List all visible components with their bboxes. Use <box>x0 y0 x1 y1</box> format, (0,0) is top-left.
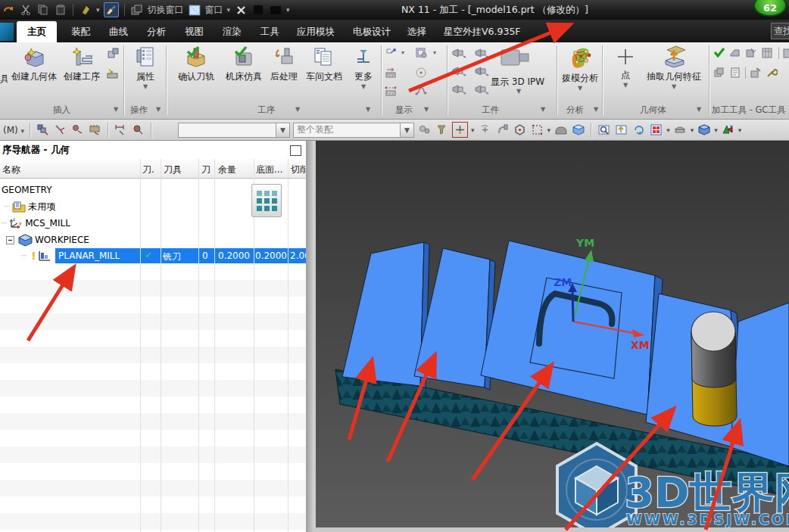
switch-window-label[interactable]: 切换窗口 <box>148 4 184 17</box>
operation-group-dropdown-icon[interactable]: ▼ <box>295 106 300 113</box>
window-menu-label[interactable]: 窗口 <box>205 4 223 17</box>
postprocess-button[interactable]: 后处理 <box>267 45 301 83</box>
assembly-arrangement-icon[interactable] <box>70 123 85 137</box>
gc-wrench-icon[interactable] <box>766 67 778 81</box>
target-point-icon[interactable] <box>415 67 427 81</box>
operations-group-dropdown-icon[interactable]: ▼ <box>156 106 161 113</box>
filter-funnel-icon[interactable] <box>435 123 449 137</box>
tool-axis-icon[interactable] <box>495 123 510 137</box>
repeat-dropdown-icon[interactable]: ▾ <box>96 6 100 14</box>
tree-row-planar-mill[interactable]: ┈ ! PLANAR_MILL ✓ 铣刀 0 0.2000 0.2000 2.0… <box>0 248 306 263</box>
rotate-view-icon[interactable] <box>632 123 646 137</box>
pattern-display-dropdown-icon[interactable]: ▾ <box>433 49 436 56</box>
copy-icon[interactable] <box>36 3 50 17</box>
ipw-horn-icon-4[interactable] <box>474 65 489 79</box>
point-dropdown-icon[interactable]: ▼ <box>623 82 628 89</box>
zoom-window-icon[interactable] <box>597 123 611 137</box>
geometry-group-dropdown-icon[interactable]: ▼ <box>697 106 701 113</box>
draft-analysis-dropdown-icon[interactable]: ▼ <box>578 85 582 92</box>
select-mode-dropdown-icon[interactable]: ▾ <box>547 126 551 134</box>
workpiece-group-dropdown-icon[interactable]: ▼ <box>541 106 545 113</box>
display-group-dropdown-icon[interactable]: ▼ <box>424 106 429 113</box>
clip-dropdown-icon[interactable]: ▾ <box>691 126 694 134</box>
tab-application[interactable]: 应用模块 <box>286 21 345 42</box>
create-operation-button[interactable]: 创建工序 <box>61 45 103 83</box>
create-geometry-button[interactable]: 创建几何体 <box>11 45 58 83</box>
qat-overflow-icon[interactable]: ▾ <box>286 6 290 14</box>
pan-icon[interactable] <box>614 123 628 137</box>
undo-icon[interactable] <box>2 3 15 17</box>
assembly-scope-combo[interactable]: 整个装配▼ <box>293 123 414 138</box>
black-shape-icon[interactable] <box>269 3 282 17</box>
gc-tool-icon-5[interactable] <box>713 67 725 81</box>
panel-splitter[interactable] <box>306 141 313 532</box>
selection-filter-combo[interactable]: ▼ <box>178 123 290 138</box>
show-toolpath-icon[interactable] <box>385 47 397 61</box>
extract-geometry-dropdown-icon[interactable]: ▼ <box>672 83 676 90</box>
more-dropdown-icon[interactable]: ▼ <box>361 83 366 90</box>
3d-viewport[interactable]: YM ZM XM 3D世界网 WWW.3DSJW.COM <box>313 141 789 527</box>
pattern-display-icon[interactable] <box>415 47 427 61</box>
gc-tool-icon-6[interactable] <box>729 67 741 81</box>
black-square-icon[interactable] <box>251 3 265 17</box>
measure-icon[interactable] <box>114 123 128 137</box>
shop-documentation-button[interactable]: 车间文档 <box>301 45 347 83</box>
col-name[interactable]: 名称 <box>2 163 20 176</box>
ipw-horn-icon-5[interactable] <box>451 83 466 98</box>
snap-point-icon[interactable] <box>452 122 468 138</box>
verify-toolpath-button[interactable]: 确认刀轨 <box>173 45 220 83</box>
fit-view-icon[interactable] <box>649 123 663 137</box>
combo-dropdown-icon[interactable]: ▼ <box>400 123 413 137</box>
extract-geometry-button[interactable]: 抽取几何特征 ▼ <box>642 44 706 90</box>
col-tool-number[interactable]: 刀 <box>201 163 211 176</box>
gc-tool-icon-1[interactable] <box>729 47 741 61</box>
menu-button[interactable]: (M) ▾ <box>3 125 24 135</box>
material-icon[interactable] <box>131 123 145 137</box>
operation-group-dropdown-icon-2[interactable]: ▼ <box>366 106 370 113</box>
window-icon[interactable] <box>188 3 201 17</box>
insert-extra-button-2[interactable] <box>106 67 120 82</box>
paste-icon[interactable] <box>54 3 67 17</box>
col-tool[interactable]: 刀具 <box>164 163 182 176</box>
show-3d-ipw-dropdown-icon[interactable]: ▼ <box>516 88 521 95</box>
rectangle-select-icon[interactable] <box>530 123 544 137</box>
rotate-point-icon[interactable] <box>478 123 492 137</box>
move-component-icon[interactable] <box>53 123 67 137</box>
col-cut-depth[interactable]: 切削 <box>291 163 306 176</box>
fit-dropdown-icon[interactable]: ▾ <box>666 126 670 134</box>
insert-extra-button-1[interactable] <box>106 47 120 63</box>
navigator-column-header[interactable]: 名称 刀. 刀具 刀 余量 底面... 切削 <box>0 159 306 179</box>
tab-assemblies[interactable]: 装配 <box>61 21 101 42</box>
ipw-horn-icon-1[interactable] <box>451 47 466 61</box>
tree-row-mcs-mill[interactable]: ┈ zy MCS_MILL <box>0 215 306 232</box>
snap-gears-icon[interactable] <box>417 123 432 137</box>
tab-select[interactable]: 选择 <box>397 21 437 42</box>
gray-solid-icon[interactable] <box>554 123 568 137</box>
combo-dropdown-icon[interactable]: ▼ <box>276 123 289 137</box>
properties-dropdown-icon[interactable]: ▼ <box>143 83 148 90</box>
gc-tool-icon-4[interactable] <box>782 47 789 61</box>
window-menu-dropdown-icon[interactable]: ▾ <box>227 6 231 14</box>
view-orientation-icon[interactable] <box>721 123 735 137</box>
show-3d-ipw-button[interactable]: 显示 3D IPW <box>491 76 544 89</box>
touch-brush-icon[interactable] <box>104 2 119 17</box>
draft-analysis-button[interactable]: 拨模分析 ▼ <box>560 45 600 92</box>
close-view-icon[interactable] <box>234 3 248 17</box>
ipw-horn-icon-6[interactable] <box>474 83 489 98</box>
more-button[interactable]: 更多 ▼ <box>348 45 379 90</box>
show-ipw-shaded-icon[interactable] <box>385 85 397 99</box>
tab-electrode-design[interactable]: 电极设计 <box>342 21 401 42</box>
tab-curve[interactable]: 曲线 <box>98 21 139 42</box>
point-button[interactable]: 点 ▼ <box>610 47 641 89</box>
col-floor-stock[interactable]: 底面... <box>256 163 282 176</box>
hexagon-point-icon[interactable] <box>513 123 527 137</box>
properties-button[interactable]: 属性 ▼ <box>127 45 164 90</box>
tab-render[interactable]: 渲染 <box>212 21 252 42</box>
find-command-box[interactable]: 查找 <box>771 23 789 39</box>
gc-tool-icon-3[interactable] <box>761 47 773 61</box>
tab-plugin[interactable]: 星空外挂V6.935F <box>433 21 532 42</box>
snap-point-dropdown-icon[interactable]: ▾ <box>471 126 475 134</box>
show-toolpath-dropdown-icon[interactable]: ▾ <box>401 49 404 56</box>
tab-home[interactable]: 主页 <box>17 21 57 42</box>
selected-row-highlight[interactable]: PLANAR_MILL ✓ 铣刀 0 0.2000 0.2000 2.00 <box>55 248 306 263</box>
